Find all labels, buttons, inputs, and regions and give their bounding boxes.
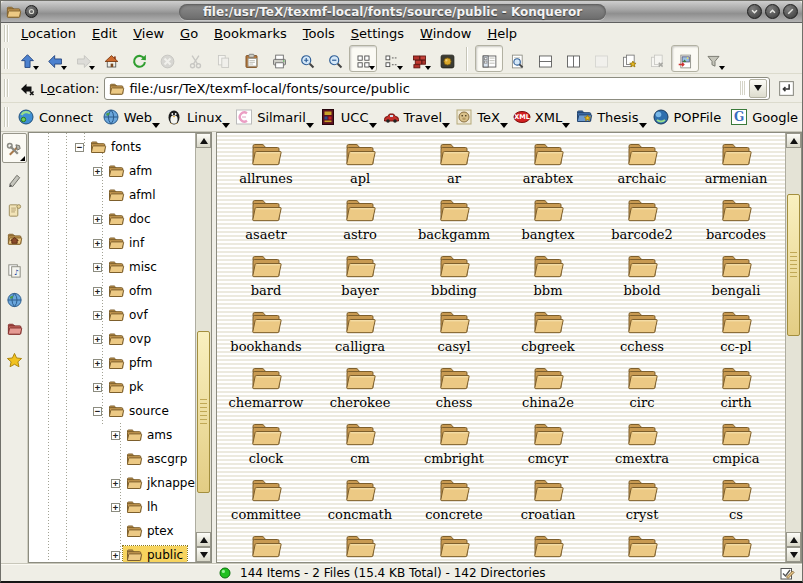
forward-button[interactable] [69, 45, 97, 72]
view-scroll-up2-button[interactable] [786, 532, 801, 547]
tree-scroll-up2-button[interactable] [196, 532, 211, 547]
tree-item-ascgrp[interactable]: ascgrp [29, 447, 195, 471]
close-tab-button[interactable] [643, 45, 671, 72]
mark-document-icon[interactable] [779, 565, 796, 581]
menu-go[interactable]: Go [172, 25, 206, 42]
home-button[interactable] [97, 45, 125, 72]
folder-item-armenian[interactable]: armenian [689, 138, 783, 194]
tree-expander-plus[interactable]: + [93, 239, 102, 248]
folder-item-circ[interactable]: circ [595, 362, 689, 418]
tree-item-source[interactable]: −source [29, 399, 195, 423]
tree-expander-plus[interactable]: + [93, 383, 102, 392]
folder-item-apl[interactable]: apl [313, 138, 407, 194]
tree-expander-plus[interactable]: + [93, 263, 102, 272]
folder-item-partial[interactable] [689, 530, 783, 562]
tree-item-inf[interactable]: +inf [29, 231, 195, 255]
bookmark-tex[interactable]: TeX [451, 106, 509, 128]
folder-item-cirth[interactable]: cirth [689, 362, 783, 418]
folder-item-partial[interactable] [219, 530, 313, 562]
folder-item-calligra[interactable]: calligra [313, 306, 407, 362]
tree-expander-plus[interactable]: + [111, 431, 120, 440]
zoom-out-button[interactable] [321, 45, 349, 72]
bookmark-silmaril[interactable]: Silmaril [231, 106, 315, 128]
tree-scroll-up-button[interactable] [196, 133, 211, 148]
tree-item-afm[interactable]: +afm [29, 159, 195, 183]
back-button[interactable] [41, 45, 69, 72]
filter-button[interactable] [699, 45, 727, 72]
folder-item-cbgreek[interactable]: cbgreek [501, 306, 595, 362]
folder-item-bookhands[interactable]: bookhands [219, 306, 313, 362]
tree-item-afml[interactable]: afml [29, 183, 195, 207]
menu-help[interactable]: Help [479, 25, 525, 42]
new-tab-button[interactable] [615, 45, 643, 72]
menu-view[interactable]: View [125, 25, 172, 42]
folder-item-cc-pl[interactable]: cc-pl [689, 306, 783, 362]
bookmark-thesis[interactable]: Thesis [571, 106, 647, 128]
stop-button[interactable] [153, 45, 181, 72]
sidebar-bookmarks-tab[interactable] [2, 343, 27, 373]
folder-item-allrunes[interactable]: allrunes [219, 138, 313, 194]
folder-item-cchess[interactable]: cchess [595, 306, 689, 362]
tree-item-ofm[interactable]: +ofm [29, 279, 195, 303]
icon-view-button[interactable] [349, 45, 377, 72]
tree-item-doc[interactable]: +doc [29, 207, 195, 231]
folder-item-astro[interactable]: astro [313, 194, 407, 250]
tree-item-pfm[interactable]: +pfm [29, 351, 195, 375]
tree-expander-plus[interactable]: + [93, 167, 102, 176]
menu-edit[interactable]: Edit [84, 25, 125, 42]
folder-item-bbding[interactable]: bbding [407, 250, 501, 306]
folder-item-bbold[interactable]: bbold [595, 250, 689, 306]
folder-item-backgamm[interactable]: backgamm [407, 194, 501, 250]
close-button[interactable] [783, 4, 798, 19]
sidebar-media-tab[interactable]: ♪ [2, 253, 27, 283]
bookmark-web[interactable]: Web [98, 106, 161, 128]
folder-item-cmextra[interactable]: cmextra [595, 418, 689, 474]
folder-item-chemarrow[interactable]: chemarrow [219, 362, 313, 418]
bookmark-xml[interactable]: XMLXML [509, 106, 571, 128]
folder-item-cm[interactable]: cm [313, 418, 407, 474]
folder-item-archaic[interactable]: archaic [595, 138, 689, 194]
sticky-button[interactable] [25, 5, 38, 18]
folder-item-bard[interactable]: bard [219, 250, 313, 306]
folder-item-clock[interactable]: clock [219, 418, 313, 474]
folder-item-arabtex[interactable]: arabtex [501, 138, 595, 194]
folder-item-cmpica[interactable]: cmpica [689, 418, 783, 474]
run-tool-button[interactable] [433, 45, 461, 72]
multicolumn-view-button[interactable] [377, 45, 405, 72]
sidebar-annotate-tab[interactable] [2, 163, 27, 193]
brick-view-button[interactable] [405, 45, 433, 72]
tree-scroll-track[interactable] [196, 148, 211, 532]
menu-tools[interactable]: Tools [295, 25, 343, 42]
folder-item-chess[interactable]: chess [407, 362, 501, 418]
folder-item-bayer[interactable]: bayer [313, 250, 407, 306]
menu-location[interactable]: Location [13, 25, 84, 42]
folder-item-cmcyr[interactable]: cmcyr [501, 418, 595, 474]
tree-item-ovf[interactable]: +ovf [29, 303, 195, 327]
copy-button[interactable] [209, 45, 237, 72]
show-images-button[interactable] [671, 45, 699, 72]
toolbar-grip[interactable] [4, 48, 10, 69]
tree-scrollbar[interactable] [195, 133, 211, 562]
tree-item-jknappen[interactable]: +jknappen [29, 471, 195, 495]
folder-item-bbm[interactable]: bbm [501, 250, 595, 306]
paste-button[interactable] [237, 45, 265, 72]
folder-item-bangtex[interactable]: bangtex [501, 194, 595, 250]
split-view-top-bottom-button[interactable] [531, 45, 559, 72]
minimize-button[interactable] [747, 4, 762, 19]
tree-item-fonts[interactable]: −fonts [29, 135, 195, 159]
folder-item-casyl[interactable]: casyl [407, 306, 501, 362]
titlebar[interactable]: file:/usr/TeX/texmf-local/fonts/source/p… [1, 1, 802, 23]
folder-item-committee[interactable]: committee [219, 474, 313, 530]
tree-scroll-down-button[interactable] [196, 547, 211, 562]
folder-item-partial[interactable] [313, 530, 407, 562]
view-scroll-down-button[interactable] [786, 547, 801, 562]
bookmark-travel[interactable]: Travel [378, 106, 452, 128]
bookmark-linux[interactable]: Linux [161, 106, 231, 128]
tree-expander-plus[interactable]: + [93, 215, 102, 224]
cut-button[interactable] [181, 45, 209, 72]
menubar-grip[interactable] [4, 25, 10, 41]
show-navigation-panel-button[interactable] [475, 45, 503, 72]
go-button[interactable] [775, 77, 797, 99]
view-scroll-track[interactable] [786, 148, 801, 532]
menu-bookmarks[interactable]: Bookmarks [206, 25, 295, 42]
